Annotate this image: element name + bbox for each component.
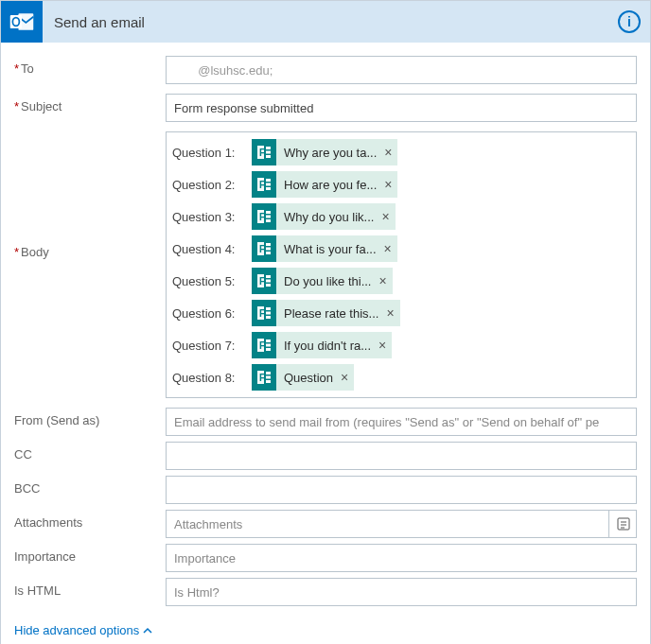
svg-rect-31 <box>266 312 271 315</box>
chip-remove-icon[interactable]: × <box>384 146 392 159</box>
svg-rect-32 <box>266 316 271 319</box>
info-icon[interactable]: i <box>618 10 641 33</box>
toggle-advanced-options-text: Hide advanced options <box>14 623 139 637</box>
chip-remove-icon[interactable]: × <box>379 274 387 287</box>
body-token-label: Question 4: <box>172 242 252 256</box>
svg-rect-20 <box>266 243 271 246</box>
svg-rect-15 <box>266 211 271 214</box>
forms-icon: F <box>252 235 276 262</box>
body-token-row: Question 8:FQuestion× <box>172 363 630 392</box>
chip-remove-icon[interactable]: × <box>386 306 394 320</box>
body-token-row: Question 6:FPlease rate this...× <box>172 299 630 327</box>
ishtml-input[interactable] <box>166 578 637 606</box>
chip-text: Why do you lik... <box>284 210 374 224</box>
svg-rect-21 <box>266 248 271 251</box>
chip-remove-icon[interactable]: × <box>341 371 348 384</box>
chip-text: Question <box>284 371 333 385</box>
svg-rect-40 <box>266 372 271 374</box>
body-token-label: Question 2: <box>172 178 252 192</box>
body-token-row: Question 2:FHow are you fe...× <box>172 170 630 199</box>
svg-rect-35 <box>266 339 271 342</box>
chip-text: Why are you ta... <box>284 146 377 160</box>
body-token-label: Question 8: <box>172 371 252 385</box>
chip-remove-icon[interactable]: × <box>378 339 386 352</box>
svg-rect-7 <box>266 155 271 158</box>
to-input[interactable] <box>166 56 637 84</box>
chip-text: Do you like thi... <box>284 274 372 288</box>
attachments-picker-icon[interactable] <box>608 510 637 538</box>
svg-rect-30 <box>266 307 271 310</box>
attachments-label: Attachments <box>14 510 166 530</box>
svg-text:F: F <box>259 244 265 254</box>
svg-rect-25 <box>266 275 271 278</box>
chip-remove-icon[interactable]: × <box>384 242 392 255</box>
svg-rect-17 <box>266 219 271 222</box>
dynamic-content-chip[interactable]: FHow are you fe...× <box>252 171 397 198</box>
chevron-up-icon <box>143 626 152 635</box>
importance-label: Importance <box>14 544 166 564</box>
subject-label: Subject <box>14 94 166 113</box>
from-input[interactable] <box>166 408 637 436</box>
chip-remove-icon[interactable]: × <box>381 210 389 223</box>
svg-rect-26 <box>266 280 271 283</box>
bcc-input[interactable] <box>166 476 637 504</box>
body-token-label: Question 5: <box>172 274 252 288</box>
forms-icon: F <box>252 203 276 230</box>
svg-text:F: F <box>259 276 265 287</box>
body-token-row: Question 7:FIf you didn't ra...× <box>172 331 630 359</box>
body-token-row: Question 5:FDo you like thi...× <box>172 267 630 295</box>
from-label: From (Send as) <box>14 408 166 427</box>
forms-icon: F <box>252 332 276 358</box>
svg-rect-10 <box>266 179 271 182</box>
svg-rect-16 <box>266 216 271 218</box>
dynamic-content-chip[interactable]: FQuestion× <box>252 364 354 391</box>
body-token-label: Question 1: <box>172 146 252 160</box>
svg-rect-41 <box>266 376 271 379</box>
body-token-label: Question 6: <box>172 306 252 321</box>
chip-text: How are you fe... <box>284 178 377 192</box>
dynamic-content-chip[interactable]: FWhat is your fa...× <box>252 235 397 262</box>
svg-text:F: F <box>259 373 265 383</box>
body-token-row: Question 4:FWhat is your fa...× <box>172 235 630 263</box>
svg-rect-36 <box>266 344 271 347</box>
svg-rect-37 <box>266 348 271 351</box>
svg-rect-12 <box>266 187 271 190</box>
importance-input[interactable] <box>166 544 637 572</box>
svg-rect-42 <box>266 380 271 383</box>
body-input[interactable]: Question 1:FWhy are you ta...×Question 2… <box>166 131 637 398</box>
forms-icon: F <box>252 139 276 165</box>
svg-rect-11 <box>266 183 271 186</box>
body-label: Body <box>14 131 166 259</box>
svg-rect-27 <box>266 284 271 287</box>
dynamic-content-chip[interactable]: FWhy do you lik...× <box>252 203 396 230</box>
toggle-advanced-options[interactable]: Hide advanced options <box>14 623 152 637</box>
body-token-row: Question 1:FWhy are you ta...× <box>172 138 630 166</box>
cc-label: CC <box>14 442 166 461</box>
dynamic-content-chip[interactable]: FDo you like thi...× <box>252 268 393 294</box>
subject-input[interactable] <box>166 94 637 122</box>
dynamic-content-chip[interactable]: FWhy are you ta...× <box>252 139 397 165</box>
chip-remove-icon[interactable]: × <box>384 178 392 191</box>
forms-icon: F <box>252 268 276 294</box>
body-token-label: Question 3: <box>172 210 252 224</box>
svg-text:F: F <box>259 340 265 351</box>
svg-rect-6 <box>266 151 271 154</box>
action-title: Send an email <box>54 14 618 30</box>
forms-icon: F <box>252 171 276 198</box>
attachments-input[interactable] <box>166 510 637 538</box>
svg-text:F: F <box>259 308 265 319</box>
dynamic-content-chip[interactable]: FPlease rate this...× <box>252 300 400 326</box>
ishtml-label: Is HTML <box>14 578 166 598</box>
bcc-label: BCC <box>14 476 166 496</box>
body-token-row: Question 3:FWhy do you lik...× <box>172 202 630 231</box>
chip-text: What is your fa... <box>284 242 377 256</box>
cc-input[interactable] <box>166 442 637 470</box>
action-header: Send an email i <box>1 1 650 43</box>
chip-text: Please rate this... <box>284 306 378 321</box>
forms-icon: F <box>252 300 276 326</box>
chip-text: If you didn't ra... <box>284 339 371 353</box>
dynamic-content-chip[interactable]: FIf you didn't ra...× <box>252 332 392 358</box>
body-token-label: Question 7: <box>172 339 252 353</box>
svg-text:F: F <box>259 148 265 158</box>
outlook-icon <box>1 1 43 43</box>
